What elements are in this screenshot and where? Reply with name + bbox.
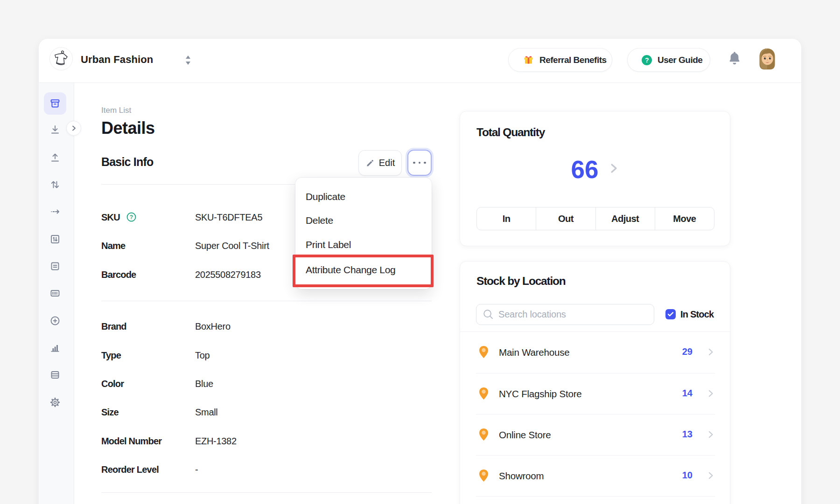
svg-text:?: ? (645, 56, 649, 64)
svg-text:?: ? (130, 214, 133, 221)
